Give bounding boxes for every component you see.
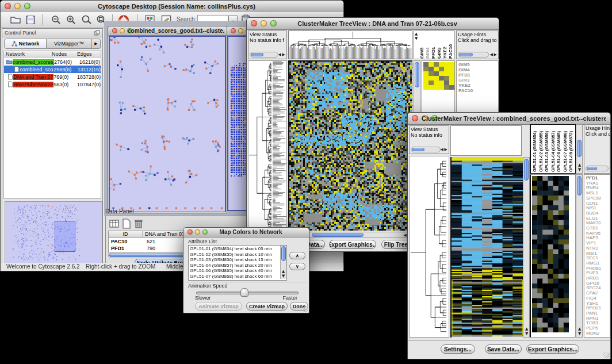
tv1-column-dendrogram[interactable] (288, 30, 412, 59)
scroll-right-icon[interactable]: ▶ (282, 53, 285, 57)
attribute-table-icon[interactable] (109, 219, 120, 228)
network-overview-canvas[interactable] (5, 202, 101, 264)
zoom-out-icon[interactable] (51, 15, 62, 25)
network1-view[interactable] (109, 36, 226, 212)
scroll-down-icon[interactable]: ▼ (578, 332, 581, 336)
main-title-bar[interactable]: Cytoscape Desktop (Session Name: collins… (1, 1, 343, 13)
column-header-nodes[interactable]: Nodes (52, 51, 77, 58)
move-up-button[interactable]: ∧ (289, 252, 305, 259)
close-button[interactable] (412, 115, 418, 121)
column-label[interactable]: GIM4 (425, 32, 431, 59)
close-button[interactable] (188, 229, 193, 235)
tv1-status-scrollbar[interactable] (250, 52, 278, 58)
attribute-list-item[interactable]: GPL51-02 (GSM855) heat shock 10 min (190, 252, 280, 258)
scroll-up-icon[interactable]: ▲ (282, 270, 285, 274)
attribute-list-scrollbar[interactable]: ▲ ▼ (280, 246, 286, 279)
float-panel-icon[interactable] (94, 30, 100, 36)
tv1-row-dendrogram[interactable] (248, 60, 287, 231)
network-tree-row[interactable]: DNA and Tran 07769(0)183728(0) (4, 73, 101, 81)
close-button[interactable] (251, 20, 257, 26)
treeview1-title-bar[interactable]: ClusterMaker TreeView : DNA and Tran 07-… (247, 18, 499, 30)
network1-title-bar[interactable]: combined_scores_good.txt--cluste... (108, 26, 227, 36)
column-label[interactable]: GPL51-04 (GSM857) (550, 125, 557, 172)
new-attribute-icon[interactable] (122, 219, 131, 229)
gene-label[interactable]: GIM4 (458, 67, 498, 72)
close-button[interactable] (5, 3, 11, 9)
tv2-heatmap[interactable] (450, 157, 523, 338)
network1-canvas[interactable] (110, 37, 225, 212)
attribute-list-item[interactable]: GPL51-01 (GSM854) heat shock 05 min (190, 246, 280, 252)
create-vizmap-button[interactable]: Create Vizmap (246, 302, 288, 311)
tv2-column-dendrogram[interactable] (450, 125, 522, 156)
scroll-right-icon[interactable]: ▶ (494, 53, 497, 57)
column-label[interactable]: GPL51-07 (GSM868) (563, 125, 569, 172)
dialog-title-bar[interactable]: Map Colors to Network (183, 228, 309, 237)
scroll-up-icon[interactable]: ▲ (415, 32, 418, 36)
tv2-zoom-heatmap-panel[interactable] (530, 174, 576, 338)
attribute-list-item[interactable]: GPL51-04 (GSM857) heat shock 20 min (190, 263, 280, 269)
attribute-list-item[interactable]: GPL51-03 (GSM856) heat shock 15 min (190, 257, 280, 263)
scroll-left-icon[interactable]: ◀ (490, 53, 493, 57)
scroll-right-icon[interactable]: ▶ (445, 148, 447, 152)
scroll-down-icon[interactable]: ▼ (415, 37, 418, 41)
close-button[interactable] (231, 28, 236, 33)
network-overview-panel[interactable] (5, 201, 102, 266)
tv1-export-graphics-button[interactable]: Export Graphics... (329, 240, 376, 249)
column-label[interactable]: GPL51-06 (GSM865) (556, 125, 563, 172)
zoom-selected-icon[interactable] (81, 15, 93, 25)
column-label[interactable]: GIM3 (437, 32, 442, 59)
column-label[interactable]: GIM5 (419, 32, 425, 59)
tv2-gene-list[interactable]: PFD1YRA1RNR4MSL1SPC98CLN1NIS1BUD4ELG1MAK… (584, 174, 610, 338)
close-button[interactable] (112, 28, 117, 33)
tv1-usage-scrollbar[interactable] (458, 52, 489, 58)
animate-vizmap-button[interactable]: Animate Vizmap (195, 302, 242, 311)
gene-label[interactable]: GIM3 (458, 78, 498, 83)
scroll-left-icon[interactable]: ◀ (441, 148, 443, 152)
animation-speed-thumb[interactable] (240, 288, 248, 297)
datapanel-col-id[interactable]: ID (109, 231, 143, 237)
network-tree-row[interactable]: combined_sco2569(6)13112(15) (4, 66, 101, 73)
scroll-down-icon[interactable]: ▼ (525, 332, 528, 336)
scroll-left-icon[interactable]: ◀ (278, 53, 281, 57)
scroll-up-icon[interactable]: ▲ (578, 163, 581, 167)
open-file-icon[interactable] (10, 15, 21, 25)
attribute-list-item[interactable]: GPL51-06 (GSM865) heat shock 40 min (190, 268, 280, 274)
column-header-network[interactable]: Network (4, 51, 52, 58)
tab-vizmapper[interactable]: VizMapper™ (47, 39, 92, 49)
treeview2-title-bar[interactable]: ClusterMaker TreeView : combined_scores_… (408, 113, 610, 125)
save-icon[interactable] (25, 15, 36, 25)
scroll-down-icon[interactable]: ▼ (282, 274, 285, 278)
tv2-status-scrollbar[interactable] (411, 147, 441, 152)
gene-label[interactable]: PAC10 (458, 88, 498, 93)
network-tree-row[interactable]: combined_scores_2764(0)16218(0) (4, 58, 101, 66)
move-down-button[interactable]: ∨ (289, 263, 305, 270)
column-label[interactable]: PAC10 (448, 32, 454, 59)
tv2-settings-button[interactable]: Settings... (441, 344, 475, 354)
gene-label[interactable]: YKE2 (458, 83, 498, 88)
column-header-edges[interactable]: Edges (77, 51, 101, 58)
tv2-collabel-scrollbar[interactable]: ▲ ▼ (576, 124, 583, 174)
tab-overflow-button[interactable]: ▶ (92, 39, 101, 49)
column-label[interactable]: GPL51-02 (GSM855) (538, 125, 545, 172)
minimize-button[interactable] (120, 28, 125, 33)
tv2-save-data-button[interactable]: Save Data... (485, 344, 522, 354)
delete-attribute-icon[interactable] (134, 219, 143, 229)
tab-network[interactable]: Network (4, 39, 47, 49)
tv2-usage-scrollbar[interactable] (586, 166, 609, 171)
tv2-zoom-scrollbar[interactable]: ▲ ▼ (576, 174, 583, 338)
scroll-left-icon[interactable]: ◀ (404, 233, 407, 237)
scroll-up-icon[interactable]: ▲ (525, 327, 528, 331)
gene-label[interactable]: GIM5 (458, 62, 498, 67)
tv2-row-dendrogram[interactable] (409, 156, 449, 338)
column-label[interactable]: GPL51-01 (GSM854) (532, 125, 538, 172)
network-tree-row[interactable]: RNAPuberNov2+!563(0)107847(0) (4, 81, 101, 88)
gene-label[interactable]: PFD1 (458, 72, 498, 78)
tv2-export-graphics-button[interactable]: Export Graphics... (526, 344, 579, 354)
column-label[interactable]: GPL51-03 (GSM856) (544, 125, 550, 172)
column-label[interactable]: YKE2 (442, 32, 448, 59)
column-label[interactable]: PFD1 (431, 32, 437, 59)
attribute-listbox[interactable]: GPL51-01 (GSM854) heat shock 05 minGPL51… (188, 245, 287, 281)
tv2-v-scrollbar[interactable]: ▲ ▼ (523, 157, 530, 338)
column-label[interactable]: GPL51-08 (GSM872) (568, 125, 575, 172)
zoom-in-icon[interactable] (66, 15, 76, 25)
